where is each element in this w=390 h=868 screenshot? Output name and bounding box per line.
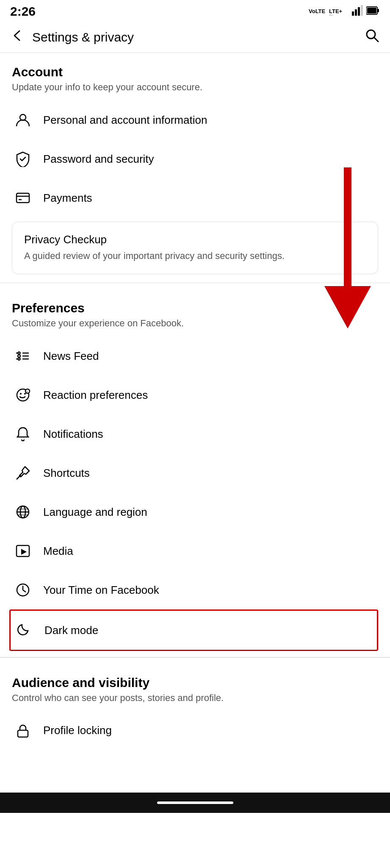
- account-section: Account Update your info to keep your ac…: [0, 53, 390, 274]
- preferences-subtitle: Customize your experience on Facebook.: [12, 318, 378, 329]
- divider-2: [0, 657, 390, 658]
- media-icon: [12, 540, 34, 562]
- status-time: 2:26: [10, 4, 36, 19]
- svg-line-39: [23, 590, 26, 592]
- page-wrapper: 2:26 VoLTE LTE+ ···: [0, 0, 390, 813]
- payments-icon: [12, 187, 34, 209]
- menu-item-payments[interactable]: Payments: [12, 178, 378, 217]
- notifications-label: Notifications: [43, 428, 103, 441]
- volte-icon: VoLTE: [309, 5, 326, 19]
- clock-icon: [12, 579, 34, 601]
- audience-subtitle: Control who can see your posts, stories …: [12, 693, 378, 704]
- audience-section: Audience and visibility Control who can …: [0, 664, 390, 750]
- personal-label: Personal and account information: [43, 114, 207, 127]
- menu-item-notifications[interactable]: Notifications: [12, 415, 378, 453]
- nav-left: Settings & privacy: [10, 28, 134, 46]
- home-indicator: [157, 801, 233, 804]
- back-button[interactable]: [10, 28, 25, 46]
- svg-marker-36: [21, 549, 27, 555]
- shortcuts-label: Shortcuts: [43, 467, 90, 480]
- svg-rect-40: [18, 730, 28, 737]
- preferences-title: Preferences: [12, 301, 378, 315]
- svg-point-24: [18, 352, 20, 354]
- moon-icon: [13, 619, 35, 641]
- status-icons: VoLTE LTE+ ···: [309, 5, 380, 19]
- privacy-card-desc: A guided review of your important privac…: [24, 250, 366, 263]
- menu-item-shortcuts[interactable]: Shortcuts: [12, 453, 378, 492]
- bell-icon: [12, 423, 34, 445]
- search-button[interactable]: [365, 28, 380, 47]
- shield-icon: [12, 148, 34, 170]
- newsfeed-label: News Feed: [43, 350, 99, 363]
- preferences-section: Preferences Customize your experience on…: [0, 289, 390, 651]
- svg-text:···: ···: [329, 13, 332, 17]
- menu-item-darkmode[interactable]: Dark mode: [9, 609, 378, 651]
- password-label: Password and security: [43, 153, 154, 166]
- svg-point-27: [20, 393, 22, 395]
- svg-rect-6: [355, 9, 357, 16]
- privacy-card-title: Privacy Checkup: [24, 233, 366, 246]
- darkmode-label: Dark mode: [44, 624, 98, 637]
- svg-point-28: [24, 393, 26, 395]
- lock-icon: [12, 720, 34, 742]
- svg-line-31: [17, 475, 21, 479]
- page-title: Settings & privacy: [32, 30, 134, 45]
- time-label: Your Time on Facebook: [43, 584, 159, 597]
- payments-label: Payments: [43, 192, 92, 205]
- menu-item-language[interactable]: Language and region: [12, 492, 378, 531]
- svg-text:VoLTE: VoLTE: [309, 8, 326, 14]
- menu-item-personal[interactable]: Personal and account information: [12, 100, 378, 139]
- divider-1: [0, 283, 390, 284]
- audience-title: Audience and visibility: [12, 676, 378, 690]
- svg-rect-7: [358, 7, 360, 16]
- reaction-icon: +: [12, 384, 34, 406]
- menu-item-profilelock[interactable]: Profile locking: [12, 711, 378, 750]
- bottom-bar: [0, 793, 390, 813]
- media-label: Media: [43, 545, 73, 558]
- signal-icon: [352, 5, 364, 19]
- svg-rect-5: [352, 11, 354, 16]
- pin-icon: [12, 462, 34, 484]
- lte-icon: LTE+ ···: [329, 5, 349, 19]
- svg-rect-15: [17, 193, 29, 203]
- top-nav: Settings & privacy: [0, 22, 390, 53]
- battery-icon: [366, 6, 380, 17]
- svg-rect-11: [367, 8, 376, 14]
- newsfeed-icon: [12, 345, 34, 367]
- reaction-label: Reaction preferences: [43, 389, 148, 402]
- privacy-checkup-card[interactable]: Privacy Checkup A guided review of your …: [12, 222, 378, 274]
- svg-point-25: [18, 358, 20, 360]
- svg-line-13: [374, 37, 378, 42]
- svg-rect-8: [361, 5, 363, 16]
- menu-item-media[interactable]: Media: [12, 531, 378, 570]
- person-icon: [12, 109, 34, 131]
- menu-item-time[interactable]: Your Time on Facebook: [12, 570, 378, 609]
- account-title: Account: [12, 65, 378, 79]
- menu-item-password[interactable]: Password and security: [12, 139, 378, 178]
- svg-text:+: +: [26, 390, 28, 393]
- globe-icon: [12, 501, 34, 523]
- profilelock-label: Profile locking: [43, 724, 112, 737]
- svg-point-18: [18, 355, 20, 357]
- language-label: Language and region: [43, 506, 147, 519]
- account-subtitle: Update your info to keep your account se…: [12, 82, 378, 93]
- menu-item-reaction[interactable]: + Reaction preferences: [12, 376, 378, 415]
- svg-rect-10: [377, 9, 379, 12]
- status-bar: 2:26 VoLTE LTE+ ···: [0, 0, 390, 22]
- menu-item-newsfeed[interactable]: News Feed: [12, 337, 378, 376]
